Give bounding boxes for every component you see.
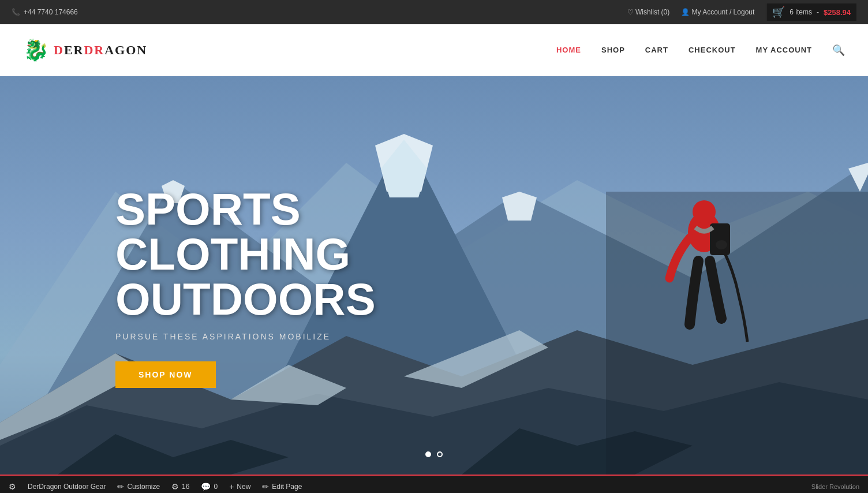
- phone-icon: 📞: [12, 8, 20, 16]
- admin-bar: ⚙ DerDragon Outdoor Gear ✏ Customize ⚙ 1…: [0, 475, 868, 493]
- nav-cart[interactable]: CART: [645, 46, 668, 54]
- edit-label: Edit Page: [272, 483, 302, 491]
- comments-icon: 💬: [201, 482, 211, 491]
- top-bar-right: ♡ Wishlist (0) 👤 My Account / Logout 🛒 6…: [627, 3, 856, 21]
- top-bar: 📞 +44 7740 174666 ♡ Wishlist (0) 👤 My Ac…: [0, 0, 868, 24]
- hero-section: SPORTS Clothing OUTDOORS PURSUE THESE AS…: [0, 76, 868, 475]
- new-icon: +: [229, 482, 234, 491]
- wordpress-icon: ⚙: [9, 482, 16, 491]
- cart-separator: -: [817, 8, 819, 16]
- wishlist-label: Wishlist (0): [635, 8, 669, 16]
- svg-marker-4: [502, 192, 537, 221]
- account-label: My Account / Logout: [692, 8, 755, 16]
- logo-text-part2: DR: [84, 43, 104, 57]
- edit-icon: ✏: [262, 482, 269, 491]
- admin-edit-page[interactable]: ✏ Edit Page: [262, 482, 302, 491]
- account-icon: 👤: [681, 8, 690, 16]
- updates-icon: ⚙: [171, 482, 179, 491]
- cart-widget[interactable]: 🛒 6 items - $258.94: [766, 3, 856, 21]
- site-header: 🐉 DERDRAGON HOME SHOP CART CHECKOUT MY A…: [0, 24, 868, 76]
- nav-home[interactable]: HOME: [556, 46, 581, 54]
- customize-label: Customize: [127, 483, 160, 491]
- hero-subtitle: PURSUE THESE ASPIRATIONS MOBILIZE: [115, 332, 376, 341]
- wishlist-link[interactable]: ♡ Wishlist (0): [627, 8, 670, 16]
- cart-items-count: 6 items: [790, 8, 812, 16]
- hero-title-line2: Clothing: [115, 231, 376, 277]
- shop-now-button[interactable]: SHOP NOW: [115, 361, 216, 388]
- phone-number: +44 7740 174666: [24, 8, 78, 16]
- new-label: New: [237, 483, 250, 491]
- svg-point-18: [693, 200, 716, 223]
- admin-comments[interactable]: 💬 0: [201, 482, 218, 491]
- admin-site-name[interactable]: DerDragon Outdoor Gear: [28, 483, 106, 491]
- main-nav: HOME SHOP CART CHECKOUT MY ACCOUNT 🔍: [556, 44, 845, 57]
- nav-my-account[interactable]: MY ACCOUNT: [756, 46, 812, 54]
- search-icon[interactable]: 🔍: [832, 44, 845, 57]
- admin-updates[interactable]: ⚙ 16: [171, 482, 189, 491]
- comments-count: 0: [214, 483, 218, 491]
- svg-rect-16: [606, 192, 868, 475]
- wishlist-icon: ♡: [627, 8, 634, 16]
- hero-title-line3: OUTDOORS: [115, 277, 376, 322]
- slider-dot-2[interactable]: [437, 451, 443, 457]
- hero-title-line1: SPORTS: [115, 186, 376, 231]
- admin-site-label: DerDragon Outdoor Gear: [28, 483, 106, 491]
- svg-point-20: [716, 240, 727, 249]
- hero-content: SPORTS Clothing OUTDOORS PURSUE THESE AS…: [0, 163, 376, 388]
- logo-text-part1: D: [54, 43, 64, 57]
- nav-checkout[interactable]: CHECKOUT: [689, 46, 736, 54]
- plugin-label: Slider Revolution: [811, 483, 859, 490]
- admin-new[interactable]: + New: [229, 482, 250, 491]
- updates-count: 16: [182, 483, 189, 491]
- account-link[interactable]: 👤 My Account / Logout: [681, 8, 754, 16]
- logo-dragon-icon: 🐉: [23, 38, 49, 62]
- slider-dots: [425, 451, 443, 457]
- top-bar-left: 📞 +44 7740 174666: [12, 8, 78, 16]
- admin-wp-icon[interactable]: ⚙: [9, 482, 16, 491]
- cart-total-price: $258.94: [824, 8, 851, 17]
- site-logo[interactable]: 🐉 DERDRAGON: [23, 38, 147, 62]
- slider-dot-1[interactable]: [425, 451, 431, 457]
- cart-icon: 🛒: [772, 6, 785, 18]
- logo-text: DERDRAGON: [54, 43, 147, 58]
- nav-shop[interactable]: SHOP: [601, 46, 625, 54]
- customize-icon: ✏: [117, 482, 124, 491]
- admin-customize[interactable]: ✏ Customize: [117, 482, 160, 491]
